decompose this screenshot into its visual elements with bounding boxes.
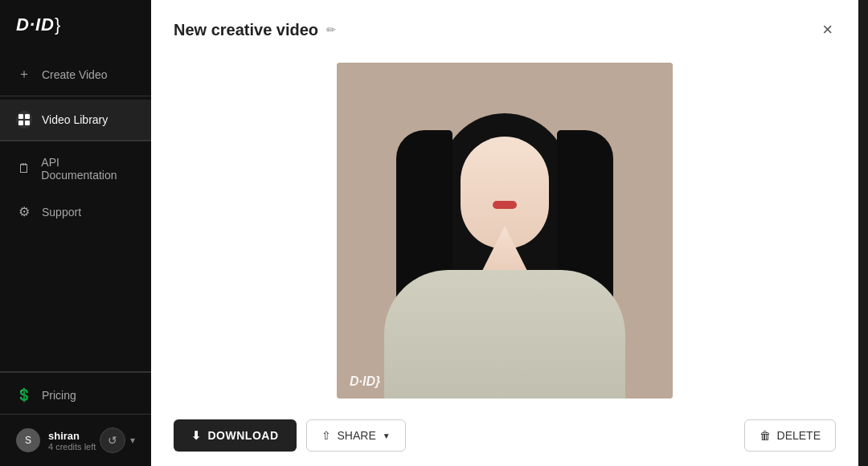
modal-body: D·ID}: [151, 53, 858, 408]
logo-area: D·ID}: [0, 0, 151, 55]
body-clothing: [384, 270, 625, 399]
video-preview: D·ID}: [337, 63, 673, 399]
modal-overlay: New creative video ✏ ×: [151, 0, 858, 466]
sidebar-item-pricing[interactable]: 💲 Pricing: [0, 376, 151, 414]
download-label: DOWNLOAD: [208, 429, 279, 442]
delete-button[interactable]: 🗑 DELETE: [744, 419, 836, 452]
nav-separator-3: [0, 371, 151, 373]
avatar: S: [16, 428, 40, 452]
sidebar-item-video-library[interactable]: Video Library: [0, 100, 151, 141]
modal-header: New creative video ✏ ×: [151, 0, 858, 53]
grid-icon: [16, 111, 32, 129]
lips: [493, 201, 517, 209]
doc-icon: 🗒: [16, 161, 31, 176]
share-label: SHARE: [338, 429, 376, 442]
dollar-icon: 💲: [16, 387, 32, 403]
sidebar-item-create-video[interactable]: ＋ Create Video: [0, 55, 151, 96]
nav-separator-2: [0, 141, 151, 141]
download-button[interactable]: ⬇ DOWNLOAD: [174, 419, 297, 452]
close-button[interactable]: ×: [819, 18, 836, 42]
plus-icon: ＋: [16, 66, 32, 83]
user-credits: 4 credits left: [48, 442, 96, 452]
user-info: S shiran 4 credits left: [16, 428, 96, 452]
replay-button[interactable]: ↺: [100, 427, 125, 453]
delete-label: DELETE: [777, 429, 821, 442]
create-video-label: Create Video: [42, 68, 107, 81]
app-logo: D·ID: [16, 14, 55, 35]
user-name: shiran: [48, 430, 96, 442]
sidebar-item-api-docs[interactable]: 🗒 API Documentation: [0, 145, 151, 193]
scrollbar-area: [858, 0, 868, 466]
edit-icon[interactable]: ✏: [326, 23, 336, 36]
footer-right-buttons: 🗑 DELETE: [744, 419, 836, 452]
support-label: Support: [42, 206, 81, 219]
footer-left-buttons: ⬇ DOWNLOAD ⇧ SHARE ▼: [174, 419, 406, 452]
modal-title-area: New creative video ✏: [174, 21, 336, 39]
sidebar-item-support[interactable]: ⚙ Support: [0, 193, 151, 231]
api-docs-label: API Documentation: [41, 156, 135, 182]
video-library-label: Video Library: [42, 113, 108, 126]
user-details: shiran 4 credits left: [48, 430, 96, 452]
share-button[interactable]: ⇧ SHARE ▼: [306, 419, 406, 452]
share-icon: ⇧: [321, 429, 331, 442]
pricing-label: Pricing: [42, 389, 76, 402]
download-icon: ⬇: [191, 429, 202, 442]
main-content: New creative video ✏ ×: [151, 0, 858, 466]
modal-title: New creative video: [174, 21, 318, 39]
sidebar-bottom: S shiran 4 credits left ↺ ▾: [0, 414, 151, 466]
modal-footer: ⬇ DOWNLOAD ⇧ SHARE ▼ 🗑 DELETE: [151, 408, 858, 466]
chevron-down-icon: ▼: [383, 431, 391, 440]
nav-items: ＋ Create Video Video Library 🗒 API Docum…: [0, 55, 151, 414]
portrait-image: [337, 63, 673, 399]
trash-icon: 🗑: [760, 429, 771, 442]
did-watermark: D·ID}: [350, 374, 380, 389]
logo-bracket: }: [55, 14, 60, 35]
sidebar: D·ID} ＋ Create Video Video Library 🗒 API…: [0, 0, 151, 466]
chevron-down-icon[interactable]: ▾: [130, 435, 135, 446]
gear-icon: ⚙: [16, 204, 32, 219]
nav-separator-1: [0, 96, 151, 96]
